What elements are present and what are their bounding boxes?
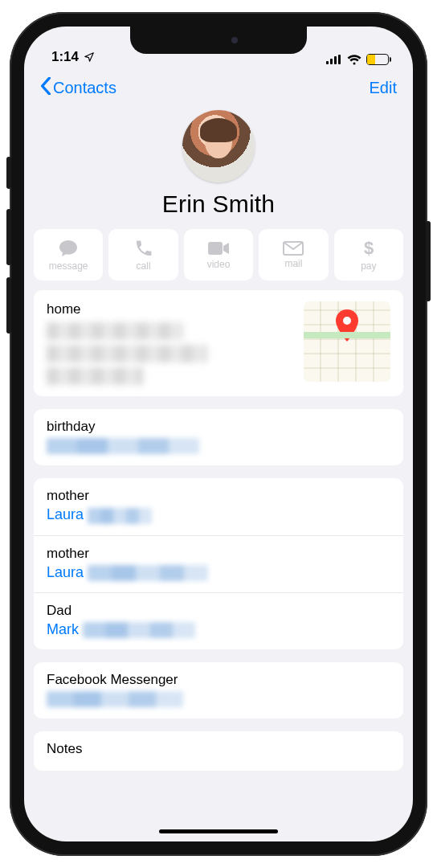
- address-value-redacted: [47, 322, 294, 385]
- svg-rect-0: [326, 61, 329, 64]
- home-label: home: [47, 301, 294, 317]
- svg-point-7: [343, 317, 351, 325]
- messenger-label: Facebook Messenger: [47, 672, 390, 688]
- relations-card: mother Laura mother Laura Dad Mark: [34, 478, 403, 649]
- chevron-left-icon: [40, 77, 51, 99]
- location-icon: [84, 51, 95, 63]
- nav-bar: Contacts Edit: [24, 68, 413, 107]
- video-icon: [207, 240, 230, 256]
- address-card[interactable]: home: [34, 290, 403, 396]
- notes-card[interactable]: Notes: [34, 731, 403, 771]
- birthday-value-redacted: [47, 437, 390, 454]
- mail-button[interactable]: mail: [259, 229, 328, 280]
- dollar-icon: $: [363, 239, 374, 258]
- birthday-label: birthday: [47, 419, 390, 435]
- map-pin-icon: [335, 309, 359, 343]
- home-indicator[interactable]: [159, 829, 278, 833]
- avatar[interactable]: [182, 110, 255, 182]
- relation-row[interactable]: Dad Mark: [34, 592, 403, 649]
- svg-rect-2: [334, 56, 337, 64]
- device-notch: [130, 27, 307, 54]
- relation-row[interactable]: mother Laura: [34, 535, 403, 592]
- mail-icon: [283, 241, 304, 256]
- svg-text:$: $: [364, 239, 374, 258]
- edit-button[interactable]: Edit: [370, 79, 397, 97]
- action-row: message call video mail $ pay: [24, 229, 413, 290]
- status-time: 1:14: [51, 49, 79, 65]
- messenger-value-redacted: [47, 690, 390, 707]
- birthday-card[interactable]: birthday: [34, 409, 403, 465]
- phone-icon: [134, 239, 153, 258]
- message-icon: [58, 239, 79, 258]
- messenger-card[interactable]: Facebook Messenger: [34, 662, 403, 719]
- cellular-signal-icon: [326, 55, 342, 64]
- pay-button[interactable]: $ pay: [334, 229, 403, 280]
- contact-name: Erin Smith: [162, 190, 275, 218]
- video-button[interactable]: video: [184, 229, 253, 280]
- wifi-icon: [347, 55, 361, 65]
- back-button[interactable]: Contacts: [40, 77, 116, 99]
- back-label: Contacts: [53, 79, 116, 97]
- map-thumbnail[interactable]: [304, 301, 390, 382]
- relation-row[interactable]: mother Laura: [34, 478, 403, 534]
- battery-icon: [366, 54, 389, 65]
- svg-rect-3: [338, 55, 341, 64]
- message-button[interactable]: message: [34, 229, 103, 280]
- profile-header: Erin Smith: [24, 107, 413, 229]
- svg-rect-4: [208, 242, 223, 255]
- svg-rect-1: [330, 59, 333, 64]
- notes-label: Notes: [47, 741, 390, 757]
- call-button[interactable]: call: [108, 229, 178, 280]
